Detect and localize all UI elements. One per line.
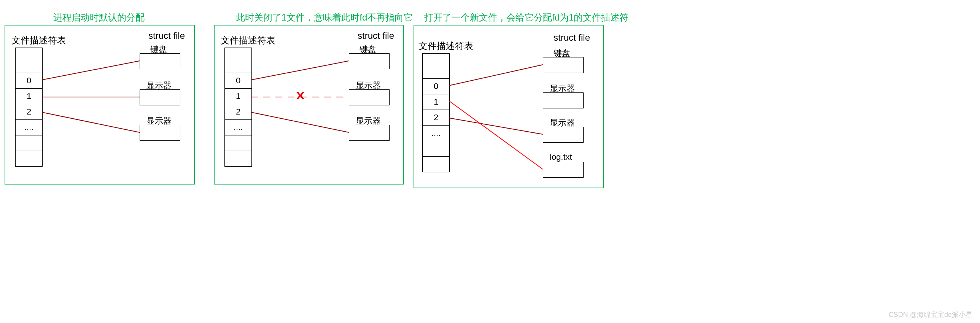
fd-table-label-1: 文件描述符表 [11, 34, 66, 46]
fd-table-1: 0 1 2 .... [15, 48, 43, 167]
fd-cell: 0 [16, 73, 42, 89]
fd-table-3: 0 1 2 .... [422, 53, 450, 172]
struct-file-label-3: struct file [554, 32, 590, 43]
fd-cell: .... [16, 120, 42, 135]
fd-cell: .... [423, 126, 449, 141]
file-box-kbd-3 [543, 57, 584, 73]
file-box-kbd-2 [349, 53, 390, 69]
fd-cell: 1 [225, 89, 251, 104]
fd-table-label-2: 文件描述符表 [221, 34, 275, 46]
fd-cell: 0 [225, 73, 251, 89]
file-label: log.txt [550, 152, 572, 162]
x-mark: X [296, 90, 304, 102]
struct-file-label-1: struct file [148, 30, 185, 41]
panel1-title: 进程启动时默认的分配 [53, 11, 145, 24]
struct-file-label-2: struct file [358, 30, 394, 41]
diagram-root: 进程启动时默认的分配 文件描述符表 struct file 0 1 2 ....… [0, 0, 980, 323]
fd-cell: 0 [423, 79, 449, 94]
watermark: CSDN @海绵宝宝de派小星 [889, 310, 972, 319]
file-box-log-3 [543, 162, 584, 178]
fd-table-label-3: 文件描述符表 [418, 40, 473, 52]
file-box-kbd-1 [140, 53, 180, 69]
file-box-mon2-3 [543, 127, 584, 143]
fd-table-2: 0 1 2 .... [224, 48, 252, 167]
fd-cell: 1 [423, 94, 449, 110]
file-box-mon2-2 [349, 125, 390, 141]
fd-cell: 1 [16, 89, 42, 104]
file-box-mon1-3 [543, 92, 584, 108]
fd-cell: 2 [16, 104, 42, 120]
fd-cell: 2 [423, 110, 449, 126]
fd-cell: .... [225, 120, 251, 135]
file-box-mon1-1 [140, 89, 180, 105]
panel2-title: 此时关闭了1文件，意味着此时fd不再指向它 [236, 11, 413, 24]
fd-cell: 2 [225, 104, 251, 120]
file-box-mon2-1 [140, 125, 180, 141]
panel3-title: 打开了一个新文件，会给它分配fd为1的文件描述符 [424, 11, 628, 24]
file-box-mon1-2 [349, 89, 390, 105]
